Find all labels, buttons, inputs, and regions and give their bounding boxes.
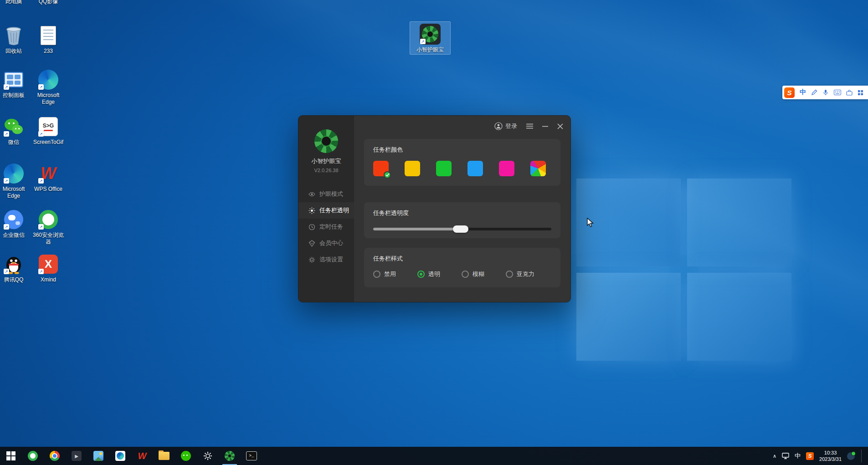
desktop-icon-wechat[interactable]: 微信 xyxy=(0,116,31,146)
taskbar-media-player[interactable]: ▶ xyxy=(66,447,87,465)
keyboard-icon[interactable] xyxy=(834,90,841,95)
menu-item-member-center[interactable]: 会员中心 xyxy=(298,235,354,251)
tray-date: 2023/3/31 xyxy=(819,456,842,462)
minimize-button[interactable] xyxy=(542,123,548,129)
network-icon[interactable] xyxy=(782,453,789,459)
desktop-icon-xmind[interactable]: X Xmind xyxy=(31,254,66,283)
menu-item-taskbar-transparency[interactable]: 任务栏透明 xyxy=(298,202,354,219)
edge-icon xyxy=(3,163,24,184)
menu-item-settings[interactable]: 选项设置 xyxy=(298,251,354,268)
member-badge-icon xyxy=(308,240,315,247)
shortcut-arrow-icon xyxy=(38,224,44,230)
main-menu-button[interactable] xyxy=(526,123,533,129)
taskbar-wps[interactable]: W xyxy=(131,447,153,465)
app-sidebar: 小智护眼宝 V2.0.26.38 护眼模式 任务栏透明 xyxy=(298,116,354,302)
desktop-icon-screentogif[interactable]: S>G ScreenToGif xyxy=(31,116,66,146)
sidebar-menu: 护眼模式 任务栏透明 定时任务 xyxy=(298,186,354,268)
desktop-icon-edge-2[interactable]: Microsoft Edge xyxy=(0,163,31,199)
shortcut-arrow-icon xyxy=(4,269,9,274)
login-button[interactable]: 登录 xyxy=(494,122,517,130)
taskbar-style-card: 任务栏样式 禁用 透明 模糊 亚克力 xyxy=(364,248,560,287)
menu-item-eye-mode[interactable]: 护眼模式 xyxy=(298,186,354,202)
shortcut-arrow-icon xyxy=(38,131,44,137)
control-panel-icon xyxy=(3,69,24,90)
folder-icon xyxy=(159,452,169,460)
wecom-icon xyxy=(3,209,24,230)
eye-icon xyxy=(308,191,315,198)
tray-expand-button[interactable]: ∧ xyxy=(773,453,776,459)
taskbar-chrome[interactable] xyxy=(44,447,66,465)
radio-acrylic[interactable]: 亚克力 xyxy=(506,270,534,278)
taskbar-console[interactable]: >_ xyxy=(241,447,262,465)
tray-notification-icon[interactable] xyxy=(847,452,855,460)
sogou-logo-icon[interactable]: S xyxy=(784,87,795,98)
radio-circle xyxy=(417,271,425,278)
console-icon: >_ xyxy=(246,451,257,460)
desktop-icon-360-browser[interactable]: 360安全浏览器 xyxy=(31,209,66,245)
close-button[interactable] xyxy=(557,123,563,129)
tray-ime-indicator[interactable]: 中 xyxy=(795,452,801,460)
taskbar-photo-viewer[interactable] xyxy=(87,447,109,465)
selected-check-icon xyxy=(384,171,391,179)
qq-icon xyxy=(3,254,24,275)
windows-logo-pane xyxy=(576,273,681,361)
brightness-icon xyxy=(308,207,315,214)
shortcut-arrow-icon xyxy=(420,39,426,44)
taskbar-wechat[interactable] xyxy=(175,447,197,465)
pen-icon[interactable] xyxy=(811,89,817,96)
app-titlebar: 登录 xyxy=(494,122,563,130)
desktop-icon-eyecare-selected[interactable]: 小智护眼宝 xyxy=(410,21,451,55)
color-swatch-yellow[interactable] xyxy=(405,161,420,176)
desktop-icon-control-panel[interactable]: 控制面板 xyxy=(0,69,31,99)
color-swatch-green[interactable] xyxy=(436,161,452,176)
toolbox-icon[interactable] xyxy=(846,90,853,96)
menu-item-scheduled-tasks[interactable]: 定时任务 xyxy=(298,219,354,235)
gear-icon xyxy=(308,256,315,263)
eyecare-app-icon xyxy=(225,451,235,461)
color-swatch-row xyxy=(373,161,551,176)
radio-transparent-selected[interactable]: 透明 xyxy=(417,270,440,278)
color-swatch-rainbow[interactable] xyxy=(530,161,546,176)
taskbar-edge[interactable] xyxy=(109,447,131,465)
taskbar-file-explorer[interactable] xyxy=(153,447,175,465)
opacity-slider-thumb[interactable] xyxy=(453,225,468,233)
taskbar-settings[interactable] xyxy=(197,447,219,465)
desktop-icon-this-pc[interactable]: 此电脑 xyxy=(0,0,31,5)
windows-logo-pane xyxy=(687,179,791,266)
shortcut-arrow-icon xyxy=(4,131,9,137)
desktop-icon-recycle-bin[interactable]: 回收站 xyxy=(0,25,31,55)
grid-menu-icon[interactable] xyxy=(858,90,863,96)
desktop-icon-text-file[interactable]: 233 xyxy=(31,25,66,55)
media-player-icon: ▶ xyxy=(72,451,82,461)
shortcut-arrow-icon xyxy=(4,84,9,90)
minimize-icon xyxy=(542,123,548,129)
start-button[interactable] xyxy=(0,447,22,465)
radio-circle xyxy=(462,271,469,278)
desktop-icon-qq-image[interactable]: QQ影像 xyxy=(31,0,66,5)
user-icon xyxy=(494,122,503,130)
wechat-icon xyxy=(3,116,24,137)
desktop-icon-edge-1[interactable]: Microsoft Edge xyxy=(31,69,66,106)
wps-office-icon: W xyxy=(138,451,147,461)
color-swatch-red-selected[interactable] xyxy=(373,161,389,176)
ime-mode-toggle[interactable]: 中 xyxy=(800,88,806,97)
edge-icon xyxy=(115,451,125,461)
radio-disable[interactable]: 禁用 xyxy=(373,270,396,278)
color-swatch-blue[interactable] xyxy=(467,161,483,176)
desktop-icon-qq[interactable]: 腾讯QQ xyxy=(0,254,31,283)
radio-blur[interactable]: 模糊 xyxy=(462,270,484,278)
taskbar-360-browser[interactable] xyxy=(22,447,44,465)
tray-sogou-icon[interactable]: S xyxy=(806,452,814,460)
windows-start-icon xyxy=(6,451,15,460)
wechat-icon xyxy=(181,451,191,461)
taskbar-eyecare-running[interactable] xyxy=(219,447,241,465)
taskbar-style-title: 任务栏样式 xyxy=(373,255,551,263)
show-desktop-button[interactable] xyxy=(861,450,863,463)
desktop-icon-wps[interactable]: W WPS Office xyxy=(31,163,66,193)
tray-clock[interactable]: 10:33 2023/3/31 xyxy=(819,450,842,463)
mic-icon[interactable] xyxy=(822,89,829,96)
taskbar-color-title: 任务栏颜色 xyxy=(373,146,551,154)
taskbar-style-options: 禁用 透明 模糊 亚克力 xyxy=(373,270,551,278)
color-swatch-magenta[interactable] xyxy=(499,161,514,176)
desktop-icon-wecom[interactable]: 企业微信 xyxy=(0,209,31,239)
